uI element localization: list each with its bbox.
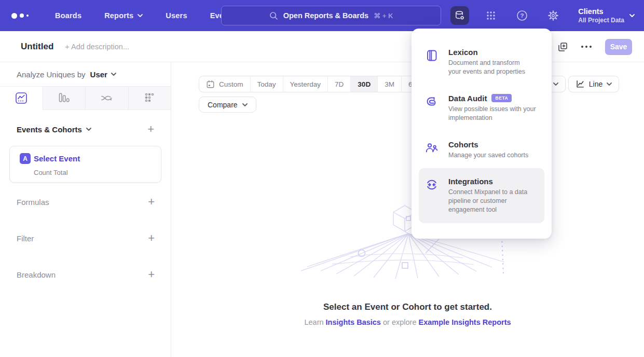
integrations-sync-icon: [425, 177, 439, 214]
global-search-input[interactable]: Open Reports & Boards ⌘ + K: [221, 6, 441, 25]
menu-item-text: Integrations Connect Mixpanel to a data …: [448, 177, 538, 214]
navbar-right: ? Clients All Project Data: [450, 0, 635, 31]
menu-item-integrations[interactable]: Integrations Connect Mixpanel to a data …: [419, 168, 544, 223]
settings-button[interactable]: [544, 6, 563, 25]
menu-item-title: Data Audit: [448, 94, 487, 103]
analyze-prefix-label: Analyze Uniques by: [17, 70, 86, 79]
compare-dropdown[interactable]: Compare: [199, 97, 256, 113]
events-cohorts-title[interactable]: Events & Cohorts: [17, 125, 91, 134]
menu-item-title: Integrations: [448, 177, 493, 186]
chevron-down-icon: [607, 83, 612, 86]
chart-type-label: Line: [589, 80, 602, 88]
nav-item-reports[interactable]: Reports: [104, 11, 143, 20]
chevron-down-icon: [138, 14, 143, 17]
data-audit-icon: [425, 94, 439, 122]
duplicate-icon[interactable]: [558, 42, 568, 52]
filter-section: Filter +: [0, 231, 171, 245]
menu-item-text: Data Audit BETA View possible issues wit…: [448, 94, 543, 122]
gear-icon: [547, 10, 559, 21]
top-navbar: Boards Reports Users Events Open Reports…: [0, 0, 644, 31]
data-management-button[interactable]: [450, 6, 469, 25]
add-breakdown-button[interactable]: +: [148, 269, 155, 280]
cohorts-users-icon: [425, 140, 439, 160]
data-management-menu: Lexicon Document and transform your even…: [412, 29, 552, 239]
filter-label: Filter: [17, 234, 34, 243]
add-description-field[interactable]: + Add description...: [65, 43, 129, 51]
events-cohorts-label: Events & Cohorts: [17, 125, 82, 134]
chevron-down-icon: [111, 73, 116, 76]
add-filter-button[interactable]: +: [148, 232, 155, 244]
dots-grid-tab-icon: [143, 92, 156, 104]
calendar-icon: [206, 80, 215, 89]
nav-label: Users: [166, 11, 187, 20]
mixpanel-logo[interactable]: [11, 13, 36, 19]
main-content: Custom Today Yesterday 7D 30D 3M 6M Comp…: [171, 62, 644, 357]
insights-basics-link[interactable]: Insights Basics: [326, 318, 381, 326]
add-formula-button[interactable]: +: [148, 196, 155, 208]
project-selector[interactable]: Clients All Project Data: [578, 7, 635, 24]
help-button[interactable]: ?: [513, 6, 531, 25]
range-30d-button[interactable]: 30D: [350, 76, 377, 92]
tab-bar-chart[interactable]: [43, 87, 86, 109]
range-3m-button[interactable]: 3M: [377, 76, 401, 92]
learn-prefix: Learn: [304, 318, 323, 326]
chart-type-dropdown[interactable]: Line: [568, 76, 619, 92]
project-name: Clients: [578, 7, 624, 16]
menu-item-lexicon[interactable]: Lexicon Document and transform your even…: [412, 39, 552, 85]
chevron-down-icon: [553, 83, 558, 86]
breakdown-label: Breakdown: [17, 270, 56, 279]
range-yesterday-button[interactable]: Yesterday: [283, 76, 328, 92]
range-custom-button[interactable]: Custom: [199, 76, 250, 92]
menu-item-data-audit[interactable]: Data Audit BETA View possible issues wit…: [412, 85, 552, 131]
save-button[interactable]: Save: [605, 39, 632, 55]
search-icon: [269, 11, 278, 20]
date-range-control: Custom Today Yesterday 7D 30D 3M 6M: [199, 76, 426, 92]
project-scope: All Project Data: [578, 17, 624, 24]
chart-type-tabs: [0, 86, 171, 110]
flow-tab-icon: [100, 92, 113, 105]
range-today-button[interactable]: Today: [250, 76, 283, 92]
menu-item-description: Document and transform your events and p…: [448, 59, 531, 76]
menu-item-title: Cohorts: [448, 140, 478, 149]
menu-item-title: Lexicon: [448, 48, 478, 57]
apps-grid-button[interactable]: [482, 6, 500, 25]
menu-item-description: Connect Mixpanel to a data pipeline or c…: [448, 188, 538, 214]
menu-item-cohorts[interactable]: Cohorts Manage your saved cohorts: [412, 131, 552, 169]
range-label: Custom: [219, 80, 243, 88]
empty-state-subtitle: Learn Insights Basics or explore Example…: [171, 318, 644, 326]
select-event-button[interactable]: Select Event: [34, 154, 80, 163]
chevron-down-icon: [629, 14, 635, 17]
query-sidebar: Analyze Uniques by User: [0, 62, 171, 357]
tab-metric-chart[interactable]: [129, 87, 171, 109]
question-circle-icon: ?: [516, 10, 528, 21]
count-total-dropdown[interactable]: Count Total: [34, 169, 68, 176]
chevron-down-icon: [86, 128, 91, 131]
event-card[interactable]: A Select Event Count Total: [9, 146, 161, 183]
more-options-button[interactable]: [581, 46, 592, 48]
nav-item-users[interactable]: Users: [166, 11, 187, 20]
line-chart-tab-icon: [15, 92, 28, 104]
nav-label: Reports: [104, 11, 133, 20]
add-event-button[interactable]: +: [147, 123, 154, 135]
range-label: 7D: [335, 80, 344, 88]
analyze-value-dropdown[interactable]: User: [90, 70, 116, 79]
database-gear-icon: [454, 10, 465, 21]
line-chart-icon: [576, 79, 585, 89]
formulas-label: Formulas: [17, 198, 49, 207]
compare-label: Compare: [208, 101, 238, 109]
example-reports-link[interactable]: Example Insights Reports: [418, 318, 511, 326]
range-7d-button[interactable]: 7D: [327, 76, 350, 92]
menu-item-text: Cohorts Manage your saved cohorts: [448, 140, 528, 160]
menu-item-description: View possible issues with your implement…: [448, 105, 543, 122]
tab-line-chart[interactable]: [0, 87, 43, 110]
beta-badge: BETA: [491, 94, 512, 102]
range-label: Today: [257, 80, 276, 88]
tab-flow-chart[interactable]: [86, 87, 129, 109]
menu-item-description: Manage your saved cohorts: [448, 151, 528, 160]
range-label: Yesterday: [290, 80, 321, 88]
search-placeholder: Open Reports & Boards: [283, 11, 368, 20]
report-title[interactable]: Untitled: [21, 42, 53, 52]
nav-label: Boards: [55, 11, 81, 20]
range-label: 3M: [385, 80, 394, 88]
nav-item-boards[interactable]: Boards: [55, 11, 81, 20]
